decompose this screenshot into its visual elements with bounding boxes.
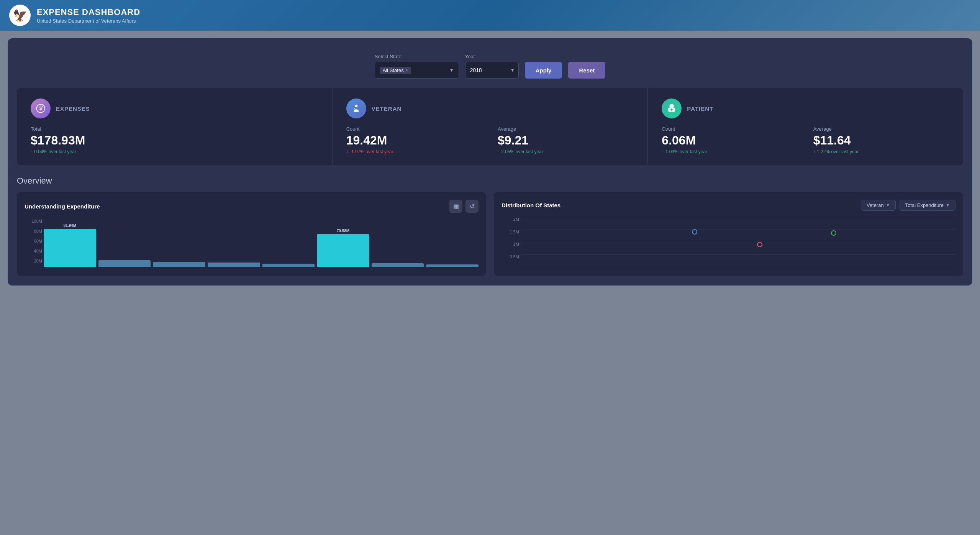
bar-3 — [153, 261, 205, 267]
veteran-filter-chevron: ▼ — [886, 203, 890, 207]
veteran-avg-value: $9.21 — [498, 133, 634, 148]
veteran-count: Count 19.42M -1.97% over last year — [346, 126, 482, 154]
expenditure-filter-label: Total Expenditure — [905, 202, 944, 208]
expenditure-chart-title: Understanding Expenditure — [25, 203, 100, 210]
expenditure-chart-header: Understanding Expenditure ▦ ↺ — [25, 200, 479, 213]
kpi-patient-header: PATIENT — [662, 98, 949, 118]
app-logo: 🦅 — [9, 5, 31, 26]
kpi-row: $ EXPENSES Total $178.93M 0.04% over las… — [17, 88, 963, 165]
app-header: 🦅 EXPENSE DASHBOARD United States Depart… — [0, 0, 980, 31]
veteran-avg-change: 2.05% over last year — [498, 149, 634, 154]
bar-6-fill — [317, 234, 369, 267]
year-dropdown-wrapper: 2018 2015 2016 2017 2019 2020 ▼ — [465, 62, 519, 79]
veteran-average: Average $9.21 2.05% over last year — [498, 126, 634, 154]
app-subtitle: United States Department of Veterans Aff… — [37, 18, 140, 24]
patient-metrics: Count 6.06M 1.03% over last year Average… — [662, 126, 949, 154]
bar-8 — [426, 263, 479, 267]
bar-5 — [262, 263, 315, 267]
main-background: Select State: All States × ▼ Year: 2018 … — [0, 31, 980, 535]
state-tag-value: All States — [383, 67, 404, 73]
veteran-title: VETERAN — [372, 105, 402, 112]
bar-6: 70.58M — [317, 229, 369, 267]
veteran-metrics: Count 19.42M -1.97% over last year Avera… — [346, 126, 634, 154]
veteran-count-change: -1.97% over last year — [346, 149, 482, 154]
svg-text:$: $ — [39, 106, 42, 111]
expenses-total: Total $178.93M 0.04% over last year — [31, 126, 318, 154]
eagle-icon: 🦅 — [13, 9, 27, 22]
patient-avg-change: 1.22% over last year — [813, 149, 949, 154]
kpi-veteran-header: VETERAN — [346, 98, 634, 118]
scatter-y-1m: 1M — [501, 242, 519, 246]
bar-chart-area: 100M 80M 60M 40M 20M 81.94M — [25, 219, 479, 269]
bar-3-fill — [153, 262, 205, 267]
distribution-chart-header: Distribution Of States Veteran ▼ Total E… — [501, 200, 955, 211]
refresh-chart-button[interactable]: ↺ — [465, 200, 479, 213]
scatter-dot-1 — [692, 229, 697, 235]
grid-line-75 — [521, 254, 955, 255]
reset-button[interactable]: Reset — [568, 62, 605, 79]
bar-1-fill — [44, 229, 96, 267]
veteran-count-value: 19.42M — [346, 133, 482, 148]
distribution-chart-card: Distribution Of States Veteran ▼ Total E… — [494, 192, 963, 276]
refresh-icon: ↺ — [470, 203, 475, 210]
expenses-icon: $ — [31, 98, 51, 118]
bar-5-fill — [262, 264, 315, 267]
dashboard-card: Select State: All States × ▼ Year: 2018 … — [8, 38, 972, 286]
app-title: EXPENSE DASHBOARD — [37, 7, 140, 17]
grid-line-50 — [521, 242, 955, 242]
grid-line-top — [521, 217, 955, 217]
bar-y-axis: 100M 80M 60M 40M 20M — [25, 219, 42, 269]
patient-count: Count 6.06M 1.03% over last year — [662, 126, 798, 154]
patient-avg-label: Average — [813, 126, 949, 132]
distribution-chart-filters: Veteran ▼ Total Expenditure ▼ — [861, 200, 955, 211]
patient-title: PATIENT — [687, 105, 713, 112]
bar-1-label: 81.94M — [64, 223, 76, 228]
kpi-expenses: $ EXPENSES Total $178.93M 0.04% over las… — [17, 88, 333, 165]
scatter-dot-2 — [831, 230, 836, 236]
bar-2-fill — [98, 260, 151, 267]
grid-line-25 — [521, 230, 955, 230]
overview-title: Overview — [17, 176, 963, 186]
patient-count-change: 1.03% over last year — [662, 149, 798, 154]
header-text: EXPENSE DASHBOARD United States Departme… — [37, 7, 140, 24]
year-filter-group: Year: 2018 2015 2016 2017 2019 2020 ▼ — [465, 54, 519, 79]
bar-chart-button[interactable]: ▦ — [449, 200, 462, 213]
overview-grid: Understanding Expenditure ▦ ↺ — [17, 192, 963, 276]
bar-4 — [208, 261, 260, 267]
scatter-y-0-5m: 0.5M — [501, 254, 519, 259]
bar-6-label: 70.58M — [337, 229, 349, 233]
patient-icon — [662, 98, 682, 118]
veteran-filter-button[interactable]: Veteran ▼ — [861, 200, 896, 211]
bar-4-fill — [208, 263, 260, 267]
expenses-total-change: 0.04% over last year — [31, 149, 318, 154]
scatter-y-axis: 2M 1.5M 1M 0.5M — [501, 217, 519, 267]
expenditure-filter-chevron: ▼ — [946, 203, 950, 207]
bar-7 — [372, 262, 424, 267]
bar-8-fill — [426, 264, 479, 267]
state-filter-group: Select State: All States × ▼ — [375, 54, 459, 79]
expenditure-filter-button[interactable]: Total Expenditure ▼ — [900, 200, 955, 211]
expenses-total-label: Total — [31, 126, 318, 132]
state-tag-close[interactable]: × — [405, 67, 408, 73]
veteran-count-label: Count — [346, 126, 482, 132]
apply-button[interactable]: Apply — [525, 62, 562, 79]
kpi-expenses-header: $ EXPENSES — [31, 98, 318, 118]
expenses-title: EXPENSES — [56, 105, 90, 112]
y-label-80m: 80M — [25, 229, 42, 233]
scatter-dot-3 — [757, 242, 762, 247]
grid-line-bottom — [521, 267, 955, 267]
scatter-area: 2M 1.5M 1M 0.5M — [501, 217, 955, 267]
chart-actions: ▦ ↺ — [449, 200, 479, 213]
year-label: Year: — [465, 54, 519, 59]
bar-chart-icon: ▦ — [453, 203, 459, 210]
scatter-plot — [521, 217, 955, 267]
state-dropdown[interactable]: All States × ▼ — [375, 62, 459, 79]
year-select[interactable]: 2018 2015 2016 2017 2019 2020 — [465, 62, 519, 79]
patient-avg-value: $11.64 — [813, 133, 949, 148]
svg-rect-3 — [670, 104, 674, 108]
y-label-60m: 60M — [25, 239, 42, 243]
veteran-icon — [346, 98, 366, 118]
overview-section: Overview Understanding Expenditure ▦ ↺ — [17, 176, 963, 276]
veteran-avg-label: Average — [498, 126, 634, 132]
expenses-metrics: Total $178.93M 0.04% over last year — [31, 126, 318, 154]
